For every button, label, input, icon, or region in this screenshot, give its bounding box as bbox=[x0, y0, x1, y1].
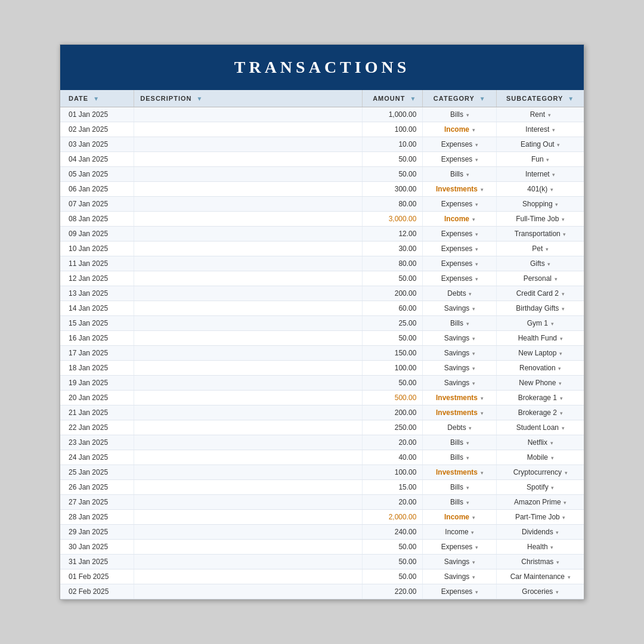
cell-category[interactable]: Savings ▾ bbox=[423, 555, 497, 569]
subcategory-dropdown-arrow[interactable]: ▾ bbox=[549, 440, 553, 446]
subcategory-dropdown-arrow[interactable]: ▾ bbox=[558, 395, 563, 401]
subcategory-dropdown-arrow[interactable]: ▾ bbox=[558, 351, 562, 357]
cell-subcategory[interactable]: Transportation ▾ bbox=[497, 227, 584, 242]
cell-subcategory[interactable]: Fun ▾ bbox=[497, 152, 584, 167]
subcategory-dropdown-arrow[interactable]: ▾ bbox=[560, 291, 565, 297]
cell-category[interactable]: Bills ▾ bbox=[423, 450, 497, 465]
cell-category[interactable]: Savings ▾ bbox=[423, 376, 497, 391]
cell-category[interactable]: Expenses ▾ bbox=[423, 227, 497, 242]
cell-subcategory[interactable]: Netflix ▾ bbox=[497, 435, 584, 450]
category-dropdown-arrow[interactable]: ▾ bbox=[467, 291, 472, 297]
description-filter-icon[interactable]: ▼ bbox=[197, 95, 203, 102]
cell-category[interactable]: Savings ▾ bbox=[423, 361, 497, 376]
cell-subcategory[interactable]: 401(k) ▾ bbox=[497, 182, 584, 197]
cell-category[interactable]: Bills ▾ bbox=[423, 480, 497, 495]
cell-category[interactable]: Investments ▾ bbox=[423, 465, 497, 480]
cell-subcategory[interactable]: Gym 1 ▾ bbox=[497, 316, 584, 331]
category-dropdown-arrow[interactable]: ▾ bbox=[473, 231, 478, 237]
cell-subcategory[interactable]: Personal ▾ bbox=[497, 271, 584, 286]
cell-category[interactable]: Bills ▾ bbox=[423, 495, 497, 510]
subcategory-dropdown-arrow[interactable]: ▾ bbox=[546, 261, 551, 267]
subcategory-dropdown-arrow[interactable]: ▾ bbox=[545, 157, 550, 163]
cell-subcategory[interactable]: Health ▾ bbox=[497, 540, 584, 555]
subcategory-dropdown-arrow[interactable]: ▾ bbox=[544, 246, 549, 252]
cell-subcategory[interactable]: Student Loan ▾ bbox=[497, 420, 584, 435]
cell-subcategory[interactable]: Brokerage 2 ▾ bbox=[497, 405, 584, 420]
date-filter-icon[interactable]: ▼ bbox=[93, 95, 100, 102]
cell-category[interactable]: Bills ▾ bbox=[423, 107, 497, 122]
cell-category[interactable]: Expenses ▾ bbox=[423, 271, 497, 286]
category-dropdown-arrow[interactable]: ▾ bbox=[473, 544, 478, 550]
subcategory-dropdown-arrow[interactable]: ▾ bbox=[549, 455, 554, 461]
cell-subcategory[interactable]: Eating Out ▾ bbox=[497, 137, 584, 152]
subcategory-dropdown-arrow[interactable]: ▾ bbox=[557, 366, 562, 371]
category-dropdown-arrow[interactable]: ▾ bbox=[470, 306, 475, 312]
cell-category[interactable]: Bills ▾ bbox=[423, 435, 497, 450]
category-dropdown-arrow[interactable]: ▾ bbox=[473, 246, 478, 252]
subcategory-dropdown-arrow[interactable]: ▾ bbox=[563, 470, 568, 476]
cell-category[interactable]: Savings ▾ bbox=[423, 346, 497, 361]
category-dropdown-arrow[interactable]: ▾ bbox=[470, 366, 475, 371]
subcategory-dropdown-arrow[interactable]: ▾ bbox=[558, 410, 563, 416]
cell-subcategory[interactable]: Spotify ▾ bbox=[497, 480, 584, 495]
category-dropdown-arrow[interactable]: ▾ bbox=[465, 440, 469, 446]
cell-category[interactable]: Expenses ▾ bbox=[423, 256, 497, 271]
category-filter-icon[interactable]: ▼ bbox=[479, 95, 486, 102]
cell-category[interactable]: Savings ▾ bbox=[423, 331, 497, 346]
category-dropdown-arrow[interactable]: ▾ bbox=[470, 336, 475, 342]
subcategory-dropdown-arrow[interactable]: ▾ bbox=[549, 187, 553, 193]
subcategory-dropdown-arrow[interactable]: ▾ bbox=[550, 127, 555, 133]
category-dropdown-arrow[interactable]: ▾ bbox=[465, 112, 469, 118]
subcategory-dropdown-arrow[interactable]: ▾ bbox=[562, 231, 566, 237]
subcategory-dropdown-arrow[interactable]: ▾ bbox=[566, 574, 571, 580]
col-header-category[interactable]: CATEGORY ▼ bbox=[423, 90, 497, 107]
category-dropdown-arrow[interactable]: ▾ bbox=[470, 127, 475, 133]
cell-category[interactable]: Investments ▾ bbox=[423, 182, 497, 197]
col-header-description[interactable]: DESCRIPTION ▼ bbox=[134, 90, 363, 107]
category-dropdown-arrow[interactable]: ▾ bbox=[470, 515, 475, 521]
subcategory-dropdown-arrow[interactable]: ▾ bbox=[549, 321, 554, 327]
cell-subcategory[interactable]: Health Fund ▾ bbox=[497, 331, 584, 346]
cell-subcategory[interactable]: Rent ▾ bbox=[497, 107, 584, 122]
subcategory-dropdown-arrow[interactable]: ▾ bbox=[562, 500, 567, 506]
cell-subcategory[interactable]: Interest ▾ bbox=[497, 122, 584, 137]
cell-category[interactable]: Debts ▾ bbox=[423, 420, 497, 435]
col-header-date[interactable]: DATE ▼ bbox=[60, 90, 134, 107]
category-dropdown-arrow[interactable]: ▾ bbox=[473, 202, 478, 208]
category-dropdown-arrow[interactable]: ▾ bbox=[473, 276, 478, 282]
cell-category[interactable]: Bills ▾ bbox=[423, 167, 497, 182]
col-header-amount[interactable]: AMOUNT ▼ bbox=[362, 90, 423, 107]
subcategory-dropdown-arrow[interactable]: ▾ bbox=[555, 559, 559, 565]
subcategory-dropdown-arrow[interactable]: ▾ bbox=[550, 485, 555, 491]
cell-category[interactable]: Income ▾ bbox=[423, 525, 497, 540]
subcategory-dropdown-arrow[interactable]: ▾ bbox=[549, 544, 554, 550]
category-dropdown-arrow[interactable]: ▾ bbox=[467, 425, 472, 431]
category-dropdown-arrow[interactable]: ▾ bbox=[465, 455, 469, 461]
subcategory-dropdown-arrow[interactable]: ▾ bbox=[556, 142, 561, 148]
category-dropdown-arrow[interactable]: ▾ bbox=[479, 187, 484, 193]
subcategory-dropdown-arrow[interactable]: ▾ bbox=[560, 306, 565, 312]
cell-subcategory[interactable]: New Laptop ▾ bbox=[497, 346, 584, 361]
cell-category[interactable]: Income ▾ bbox=[423, 212, 497, 227]
cell-subcategory[interactable]: Credit Card 2 ▾ bbox=[497, 286, 584, 301]
category-dropdown-arrow[interactable]: ▾ bbox=[473, 589, 478, 595]
cell-category[interactable]: Expenses ▾ bbox=[423, 152, 497, 167]
category-dropdown-arrow[interactable]: ▾ bbox=[479, 395, 484, 401]
cell-category[interactable]: Savings ▾ bbox=[423, 569, 497, 584]
cell-category[interactable]: Expenses ▾ bbox=[423, 197, 497, 212]
cell-category[interactable]: Expenses ▾ bbox=[423, 137, 497, 152]
cell-subcategory[interactable]: New Phone ▾ bbox=[497, 376, 584, 391]
subcategory-dropdown-arrow[interactable]: ▾ bbox=[555, 530, 559, 535]
cell-category[interactable]: Savings ▾ bbox=[423, 301, 497, 316]
cell-subcategory[interactable]: Part-Time Job ▾ bbox=[497, 510, 584, 525]
cell-subcategory[interactable]: Renovation ▾ bbox=[497, 361, 584, 376]
category-dropdown-arrow[interactable]: ▾ bbox=[465, 321, 469, 327]
cell-subcategory[interactable]: Gifts ▾ bbox=[497, 256, 584, 271]
category-dropdown-arrow[interactable]: ▾ bbox=[465, 500, 469, 506]
category-dropdown-arrow[interactable]: ▾ bbox=[479, 410, 484, 416]
category-dropdown-arrow[interactable]: ▾ bbox=[470, 530, 475, 535]
subcategory-dropdown-arrow[interactable]: ▾ bbox=[551, 172, 556, 178]
cell-subcategory[interactable]: Shopping ▾ bbox=[497, 197, 584, 212]
cell-subcategory[interactable]: Mobile ▾ bbox=[497, 450, 584, 465]
category-dropdown-arrow[interactable]: ▾ bbox=[479, 470, 484, 476]
